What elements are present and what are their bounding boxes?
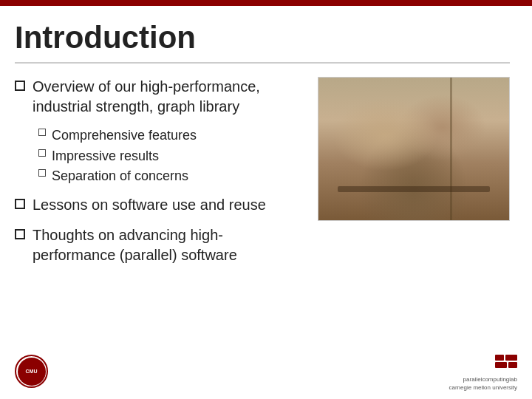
bullet-marker-2 <box>15 199 25 209</box>
sub-marker-2 <box>38 149 46 157</box>
bottom-right-logo-area: parallelcomputinglab carnegie mellon uni… <box>449 355 518 392</box>
title-section: Introduction <box>15 21 510 64</box>
bullet-text-3: Thoughts on advancing high-performance (… <box>33 225 303 265</box>
bottom-right-logo-text: parallelcomputinglab carnegie mellon uni… <box>449 376 518 392</box>
bullet-text-1: Overview of our high-performance, indust… <box>33 77 303 117</box>
bullet-item-2: Lessons on software use and reuse <box>15 195 303 215</box>
bottom-left-logo: CMU <box>15 355 48 388</box>
photo-placeholder <box>318 78 509 220</box>
main-area: Overview of our high-performance, indust… <box>15 77 510 276</box>
logo-line1: parallelcomputinglab <box>463 376 517 383</box>
sub-bullet-2: Impressive results <box>38 148 303 165</box>
sub-bullets: Comprehensive features Impressive result… <box>38 127 303 185</box>
logo-inner: CMU <box>18 358 46 386</box>
parallel-computing-icon <box>495 355 517 371</box>
bullet-marker-3 <box>15 229 25 239</box>
slide-title: Introduction <box>15 21 510 55</box>
bullet-item-1: Overview of our high-performance, indust… <box>15 77 303 117</box>
sub-bullet-3: Separation of concerns <box>38 168 303 185</box>
bullet-section: Overview of our high-performance, indust… <box>15 77 303 276</box>
bullet-item-3: Thoughts on advancing high-performance (… <box>15 225 303 265</box>
sub-marker-3 <box>38 169 46 177</box>
logo-line2: carnegie mellon university <box>449 384 518 391</box>
sub-marker-1 <box>38 129 46 136</box>
photo-section <box>318 77 510 221</box>
slide-content: Introduction Overview of our high-perfor… <box>0 0 532 399</box>
sub-bullet-text-1: Comprehensive features <box>52 127 197 144</box>
sub-bullet-text-2: Impressive results <box>52 148 159 165</box>
logo-text: CMU <box>26 369 38 375</box>
photo-inner <box>318 78 509 220</box>
bullet-marker-1 <box>15 81 25 91</box>
bullet-text-2: Lessons on software use and reuse <box>33 195 266 215</box>
svg-rect-0 <box>495 355 504 361</box>
slide: Introduction Overview of our high-perfor… <box>0 0 532 399</box>
sub-bullet-1: Comprehensive features <box>38 127 303 144</box>
svg-rect-3 <box>508 362 517 368</box>
svg-rect-1 <box>505 355 517 361</box>
svg-rect-2 <box>495 362 507 368</box>
logo-circle: CMU <box>15 355 48 388</box>
sub-bullet-text-3: Separation of concerns <box>52 168 188 185</box>
